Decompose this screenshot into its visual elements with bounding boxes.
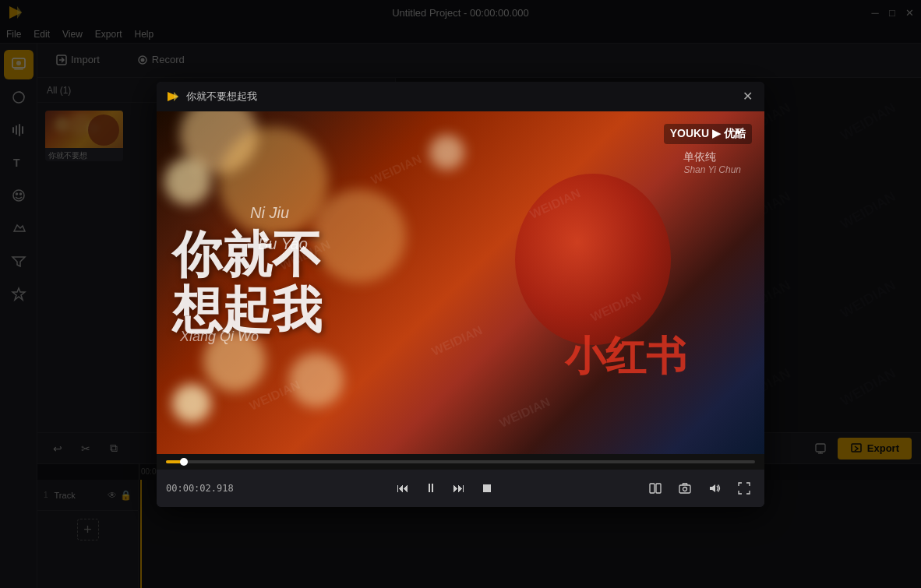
svg-rect-25 [656,484,661,493]
modal-logo-icon [166,90,180,104]
stop-button[interactable]: ⏹ [476,477,498,499]
modal-title-area: 你就不要想起我 [166,90,257,104]
xiaohongshu-text: 小红书 [565,329,686,384]
screenshot-button[interactable] [674,477,696,499]
video-right-tools [644,477,755,499]
svg-rect-26 [679,485,690,493]
video-modal: 你就不要想起我 ✕ 你就不想起我 [157,82,764,507]
progress-track[interactable] [166,460,755,463]
progress-thumb[interactable] [180,458,188,466]
modal-overlay: 你就不要想起我 ✕ 你就不想起我 [0,0,921,588]
modal-header: 你就不要想起我 ✕ [157,82,764,111]
modal-controls: 00:00:02.918 ⏮ ⏸ ⏭ ⏹ [157,470,764,507]
modal-title: 你就不要想起我 [186,90,257,104]
svg-point-27 [683,487,687,491]
step-back-button[interactable]: ⏮ [392,477,414,499]
modal-close-button[interactable]: ✕ [739,89,755,104]
singer-name-pinyin: Shan Yi Chun [683,164,741,175]
pause-button[interactable]: ⏸ [420,477,442,499]
volume-button[interactable] [704,477,725,499]
fullscreen-button[interactable] [733,477,755,499]
svg-rect-24 [650,484,655,493]
singer-text-area: 单依纯 Shan Yi Chun [157,111,764,454]
youku-logo: YOUKU ▶ 优酷 [664,124,752,144]
modal-video-area: 你就不想起我 Ni Jiu Bu Yao Xiang Qi Wo 单依纯 Sha… [157,111,764,454]
modal-progress-bar[interactable] [157,454,764,470]
video-timestamp: 00:00:02.918 [166,483,234,494]
svg-marker-23 [174,92,178,101]
video-background: 你就不想起我 Ni Jiu Bu Yao Xiang Qi Wo 单依纯 Sha… [157,111,764,454]
split-view-button[interactable] [644,477,666,499]
step-fwd-button[interactable]: ⏭ [448,477,470,499]
singer-name-text: 单依纯 [683,150,741,164]
transport-controls: ⏮ ⏸ ⏭ ⏹ [246,477,644,499]
